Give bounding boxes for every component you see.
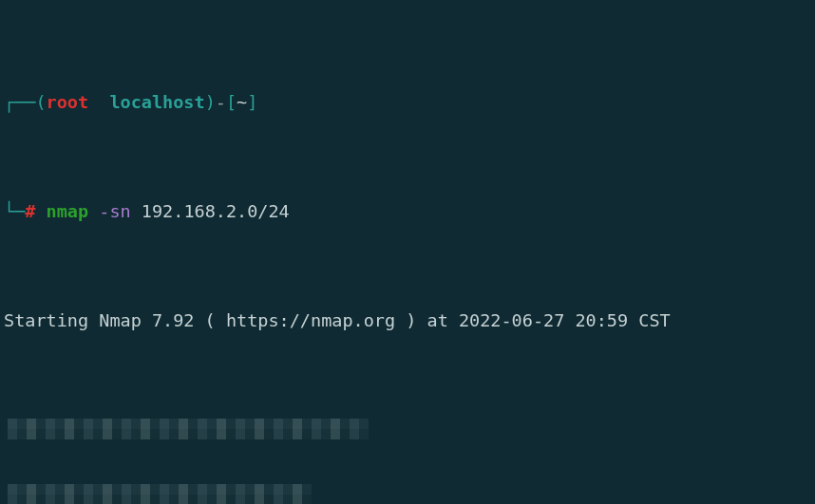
prompt-cont: └─ bbox=[4, 201, 25, 221]
prompt-line-1: ┌──(root localhost)-[~] bbox=[4, 91, 811, 113]
terminal-output: ┌──(root localhost)-[~] └─# nmap -sn 192… bbox=[0, 0, 815, 504]
path-open: [ bbox=[226, 92, 237, 112]
paren-close: ) bbox=[205, 92, 216, 112]
prompt-user: root bbox=[47, 92, 89, 112]
path-close: ] bbox=[247, 92, 257, 112]
prompt-dash: - bbox=[216, 92, 226, 112]
prompt-lead: ┌── bbox=[4, 92, 35, 112]
prompt-hash: # bbox=[25, 201, 35, 221]
redacted-line bbox=[4, 484, 811, 504]
prompt-path: ~ bbox=[237, 92, 247, 112]
command-flag: -sn bbox=[99, 201, 130, 221]
redacted-line bbox=[4, 419, 811, 440]
command-name: nmap bbox=[47, 201, 89, 221]
command-line[interactable]: └─# nmap -sn 192.168.2.0/24 bbox=[4, 200, 811, 222]
command-arg: 192.168.2.0/24 bbox=[142, 201, 290, 221]
prompt-at bbox=[88, 92, 109, 112]
output-start: Starting Nmap 7.92 ( https://nmap.org ) … bbox=[4, 309, 811, 331]
prompt-host: localhost bbox=[109, 92, 204, 112]
paren-open: ( bbox=[35, 92, 46, 112]
